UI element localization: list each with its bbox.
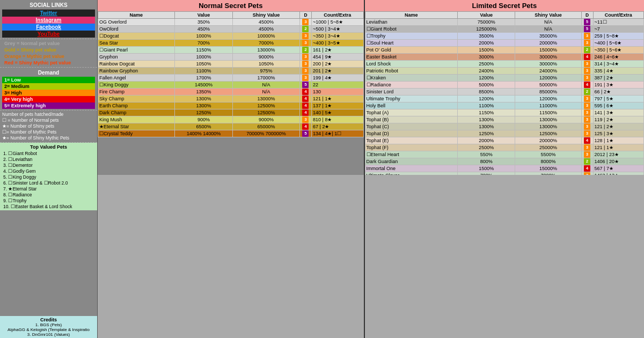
pet-value: 6500% <box>174 123 233 130</box>
pet-extra: 22 <box>312 82 364 89</box>
top-10: 10. ☐Easter Basket & Lord Shock <box>2 203 95 209</box>
pet-demand: 3 <box>581 123 593 130</box>
pet-demand: 3 <box>581 109 593 116</box>
credit-1: 1. BGS (Pets) <box>2 322 95 327</box>
demand-badge: 3 <box>584 144 590 151</box>
pet-extra: 1406 | 20★ <box>593 158 643 165</box>
pet-name: Holy Bell <box>365 102 457 109</box>
pet-value: 2500% <box>458 61 515 68</box>
table-row: ☐Dogcat 1000% 10000% 3 ~350 | 3~4★ <box>98 33 364 40</box>
count-normal: ☐ = Number of Normal pets <box>2 117 95 123</box>
pet-extra: 246 | 4~6★ <box>593 54 643 61</box>
pet-name: Rainbow Dogcat <box>98 61 175 68</box>
credits-header: Credits <box>2 317 95 322</box>
pet-name: ☐Trophy <box>365 33 457 40</box>
facebook-link[interactable]: Facebook <box>2 24 95 31</box>
pet-name: ★Eternal Star <box>98 123 175 130</box>
pet-name: ☐Soul Heart <box>365 40 457 47</box>
pet-value: 1050% <box>174 61 233 68</box>
pet-shiny: N/A <box>233 89 300 95</box>
demand-badge: 5 <box>302 82 309 88</box>
limited-pets-table-container[interactable]: Name Value Shiny Value D Count/Extra Lev… <box>365 11 644 175</box>
pet-extra: 67 | 2★ <box>312 123 364 130</box>
pet-demand: 3 <box>581 33 593 40</box>
demand-badge: 3 <box>584 102 590 109</box>
pet-shiny: 13000% <box>515 123 581 130</box>
pet-demand: 3 <box>581 40 593 47</box>
instagram-link[interactable]: Instagram <box>2 17 95 24</box>
pet-value: 1300% <box>174 102 233 109</box>
twitter-link[interactable]: Twitter <box>2 10 95 17</box>
pet-value: 125000% <box>458 26 515 33</box>
table-row: Rainbow Dogcat 1050% 1050% 3 200 | 2★ <box>98 61 364 68</box>
demand-badge: 3 <box>584 40 590 46</box>
pet-shiny: 65000% <box>233 123 300 130</box>
social-links-header: SOCIAL LINKS <box>2 1 95 10</box>
pet-shiny: 20000% <box>515 40 581 47</box>
pet-name: Easter Basket <box>365 54 457 61</box>
demand-badge: 4 <box>302 102 309 109</box>
demand-badge: 3 <box>302 116 309 123</box>
pet-demand: 4 <box>581 137 593 144</box>
demand-badge: 5 <box>584 19 590 25</box>
demand-badge: 3 <box>302 40 309 46</box>
pet-value: 1300% <box>458 123 515 130</box>
table-row: Easter Basket 3000% 30000% 4 246 | 4~6★ <box>365 54 643 61</box>
demand-badge: 2 <box>584 158 590 165</box>
table-row: Fallen Angel 1700% 17000% 3 199 | 4★ <box>98 75 364 82</box>
pet-shiny: 35000% <box>515 33 581 40</box>
demand-badge: 3 <box>584 75 590 81</box>
pet-value: 1250% <box>174 109 233 116</box>
demand-badge: 4 <box>302 95 309 102</box>
normal-pets-section: Normal Secret Pets Name Value Shiny Valu… <box>98 0 365 338</box>
table-row: Rainbow Gryphon 1100% 975% 3 201 | 2★ <box>98 68 364 75</box>
pet-extra: 454 | 9★ <box>312 54 364 61</box>
top-6: 6. ☐Sinister Lord & ☐Robot 2.0 <box>2 180 95 186</box>
pet-name: ☐Kraken <box>365 75 457 82</box>
demand-badge: 2 <box>302 26 309 32</box>
pet-name: Tophat (B) <box>365 116 457 123</box>
legend-orange: Orange = Mythic pet value <box>2 53 95 60</box>
limited-pets-section: Limited Secret Pets Name Value Shiny Val… <box>365 0 644 338</box>
table-row: Pot O' Gold 1500% 15000% 2 ~350 | 5~6★ <box>365 47 643 54</box>
pet-shiny: 13000% <box>515 116 581 123</box>
pet-shiny: 24000% <box>515 68 581 75</box>
pet-name: ☐King Doggy <box>98 82 175 89</box>
table-row: Tophat (A) 1150% 11500% 3 141 | 3★ <box>365 109 643 116</box>
pet-demand: 5 <box>299 130 311 137</box>
pet-extra: 125 | 3★ <box>593 130 643 137</box>
pet-name: ☐Eternal Heart <box>365 151 457 158</box>
pet-extra: 134 | 4★| 1☐ <box>312 130 364 137</box>
youtube-link[interactable]: YouTube <box>2 31 95 38</box>
pet-demand: 2 <box>299 47 311 54</box>
demand-badge: 3 <box>584 151 590 158</box>
demand-badge: 3 <box>584 95 590 102</box>
pet-extra: 119 | 2★ <box>593 116 643 123</box>
pet-shiny: 8000% <box>515 158 581 165</box>
pet-extra: 121 | 1★ <box>593 144 643 151</box>
pet-shiny: N/A <box>515 19 581 26</box>
table-row: ☐Giant Robot 125000% N/A 5 ~7 <box>365 26 643 33</box>
th-extra-normal: Count/Extra <box>312 12 364 19</box>
table-row: Earth Champ 1300% 12500% 4 137 | 1★ <box>98 102 364 109</box>
pet-demand: 4 <box>581 54 593 61</box>
th-val-normal: Value <box>174 12 233 19</box>
demand-badge: 3 <box>584 130 590 137</box>
table-row: Tophat (B) 1300% 13000% 3 119 | 2★ <box>365 116 643 123</box>
tables-row: Normal Secret Pets Name Value Shiny Valu… <box>98 0 644 338</box>
pet-name: Tophat (D) <box>365 130 457 137</box>
pet-demand: 3 <box>299 75 311 82</box>
pet-shiny: 12000% <box>515 95 581 102</box>
pet-demand: 4 <box>299 89 311 95</box>
pet-name: ☐Giant Pearl <box>98 47 175 54</box>
normal-pets-table-container[interactable]: Name Value Shiny Value D Count/Extra OG … <box>98 11 364 175</box>
pet-demand: 3 <box>581 116 593 123</box>
th-name-normal: Name <box>98 12 175 19</box>
pet-value: 1000% <box>174 54 233 61</box>
demand-badge: 3 <box>584 61 590 67</box>
pet-demand: 3 <box>581 130 593 137</box>
pet-value: 75000% <box>458 19 515 26</box>
demand-badge: 5 <box>302 130 309 137</box>
pet-value: 350% <box>174 19 233 26</box>
pet-extra: 128 | 1★ <box>593 137 643 144</box>
